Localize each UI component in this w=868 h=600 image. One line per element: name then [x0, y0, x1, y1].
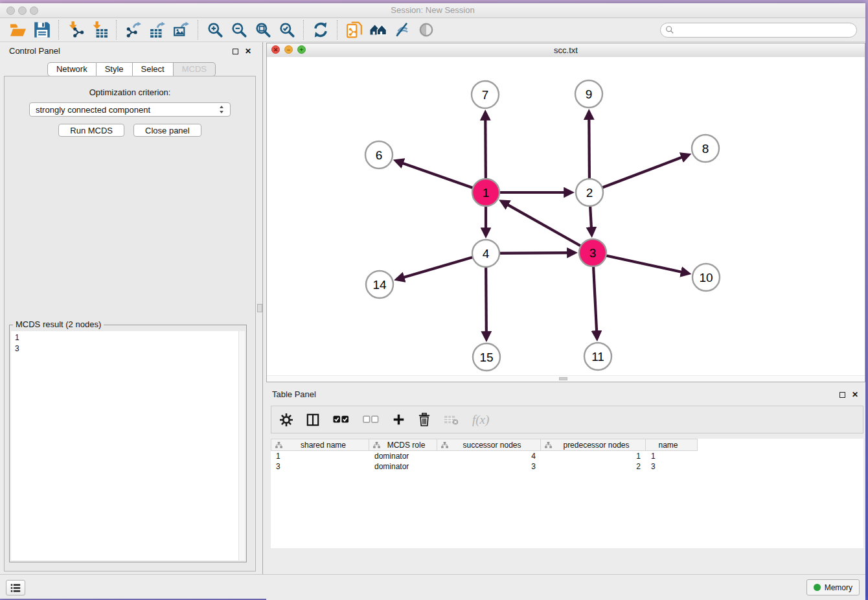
graph-edge-3-1[interactable]	[508, 205, 593, 253]
export-network-icon	[125, 21, 142, 38]
table-cell: 2	[541, 461, 646, 472]
graph-node-8[interactable]: 8	[692, 135, 719, 162]
memory-button[interactable]: Memory	[806, 579, 860, 595]
graph-node-14[interactable]: 14	[366, 271, 393, 298]
svg-text:3: 3	[589, 246, 597, 260]
search-box	[660, 23, 857, 38]
import-table-button[interactable]	[87, 19, 111, 40]
toolbar-separator	[198, 20, 198, 40]
zoom-out-button[interactable]	[227, 19, 251, 40]
zoom-in-button[interactable]	[203, 19, 227, 40]
column-type-icon	[373, 442, 380, 448]
open-session-button[interactable]	[6, 19, 30, 40]
search-input[interactable]	[677, 25, 852, 35]
split-view-button[interactable]	[306, 413, 319, 426]
search-icon	[665, 25, 674, 34]
app-window: Session: New Session Control Panel Netwo…	[0, 3, 865, 599]
graph-node-15[interactable]: 15	[473, 343, 500, 371]
save-session-button[interactable]	[30, 19, 54, 40]
duplicate-network-icon	[346, 21, 363, 38]
tab-mcds[interactable]: MCDS	[174, 62, 216, 76]
graph-node-3[interactable]: 3	[579, 239, 606, 266]
function-builder-button: f(x)	[472, 413, 489, 427]
tab-network[interactable]: Network	[47, 62, 97, 76]
zoom-in-icon	[207, 21, 223, 38]
run-mcds-button[interactable]: Run MCDS	[58, 124, 124, 137]
table-panel-title: Table Panel	[272, 389, 316, 399]
task-history-button[interactable]	[6, 580, 25, 595]
optimization-criterion-dropdown[interactable]: strongly connected component	[29, 102, 231, 117]
table-cell: 1	[646, 451, 698, 461]
style-preview-button[interactable]	[390, 19, 414, 40]
column-header-name[interactable]: name	[646, 439, 698, 451]
svg-text:11: 11	[591, 350, 604, 363]
home-view-button[interactable]	[366, 19, 390, 40]
import-table-icon	[91, 21, 108, 38]
graph-node-4[interactable]: 4	[472, 240, 499, 267]
float-panel-icon[interactable]	[233, 49, 238, 54]
svg-text:4: 4	[483, 247, 490, 260]
titlebar: Session: New Session	[0, 3, 865, 18]
zoom-selected-button[interactable]	[275, 19, 299, 40]
svg-text:9: 9	[586, 87, 593, 101]
graph-node-7[interactable]: 7	[472, 81, 499, 108]
mcds-result-list[interactable]: 13	[11, 331, 245, 560]
panel-splitter	[262, 42, 263, 574]
export-table-button[interactable]	[145, 19, 169, 40]
network-canvas[interactable]: 7968124314101511	[267, 57, 865, 376]
result-scrollbar[interactable]	[238, 331, 245, 560]
table-row[interactable]: 1dominator411	[271, 451, 863, 461]
network-hscroll-thumb[interactable]	[559, 377, 567, 380]
column-header-successor-nodes[interactable]: successor nodes	[437, 439, 541, 451]
column-header-shared-name[interactable]: shared name	[271, 439, 369, 451]
graph-node-11[interactable]: 11	[584, 343, 611, 370]
close-table-panel-icon[interactable]	[851, 391, 859, 398]
network-maximize-icon[interactable]	[297, 45, 306, 54]
export-network-button[interactable]	[121, 19, 145, 40]
select-all-button[interactable]	[333, 415, 349, 424]
duplicate-network-button[interactable]	[342, 19, 366, 40]
delete-row-button[interactable]	[418, 413, 430, 426]
network-close-icon[interactable]	[271, 45, 280, 54]
export-image-button[interactable]	[169, 19, 193, 40]
table-toolbar: f(x)	[271, 406, 863, 433]
graph-node-6[interactable]: 6	[365, 141, 393, 168]
close-panel-button[interactable]: Close panel	[133, 124, 201, 137]
contrast-view-button[interactable]	[414, 19, 438, 40]
column-header-predecessor-nodes[interactable]: predecessor nodes	[541, 439, 646, 451]
graph-node-2[interactable]: 2	[576, 179, 603, 206]
memory-label: Memory	[825, 583, 852, 592]
add-row-button[interactable]	[393, 413, 405, 426]
import-network-button[interactable]	[63, 19, 87, 40]
graph-node-9[interactable]: 9	[575, 80, 602, 108]
tab-select[interactable]: Select	[133, 62, 174, 76]
column-header-label: predecessor nodes	[554, 441, 645, 450]
tab-style[interactable]: Style	[97, 62, 133, 76]
table-cell: 1	[541, 451, 646, 461]
column-header-mcds-role[interactable]: MCDS role	[369, 439, 437, 451]
network-minimize-icon[interactable]	[284, 45, 293, 54]
toolbar-buttons	[6, 19, 438, 40]
main-area: Control Panel NetworkStyleSelectMCDS Opt…	[0, 42, 865, 574]
refresh-view-button[interactable]	[308, 19, 332, 40]
home-view-icon	[370, 21, 387, 38]
table-row[interactable]: 3dominator323	[271, 461, 863, 472]
graph-edge-2-8[interactable]	[589, 157, 682, 192]
network-hscrollbar	[267, 375, 865, 382]
column-type-icon	[441, 442, 448, 448]
table-cell: 1	[271, 451, 369, 461]
splitter-handle[interactable]	[257, 304, 262, 312]
mcds-result-group: MCDS result (2 nodes) 13	[9, 325, 247, 562]
float-table-panel-icon[interactable]	[839, 392, 845, 398]
settings-button[interactable]	[280, 413, 293, 426]
column-header-label: successor nodes	[450, 441, 540, 450]
close-panel-icon[interactable]	[244, 47, 252, 55]
open-session-icon	[10, 21, 27, 38]
column-type-icon	[275, 442, 282, 448]
zoom-fit-button[interactable]	[251, 19, 275, 40]
deselect-all-button[interactable]	[363, 415, 379, 424]
list-icon	[10, 583, 21, 593]
split-view-icon	[306, 413, 319, 426]
graph-node-10[interactable]: 10	[692, 264, 720, 291]
graph-node-1[interactable]: 1	[472, 179, 499, 206]
